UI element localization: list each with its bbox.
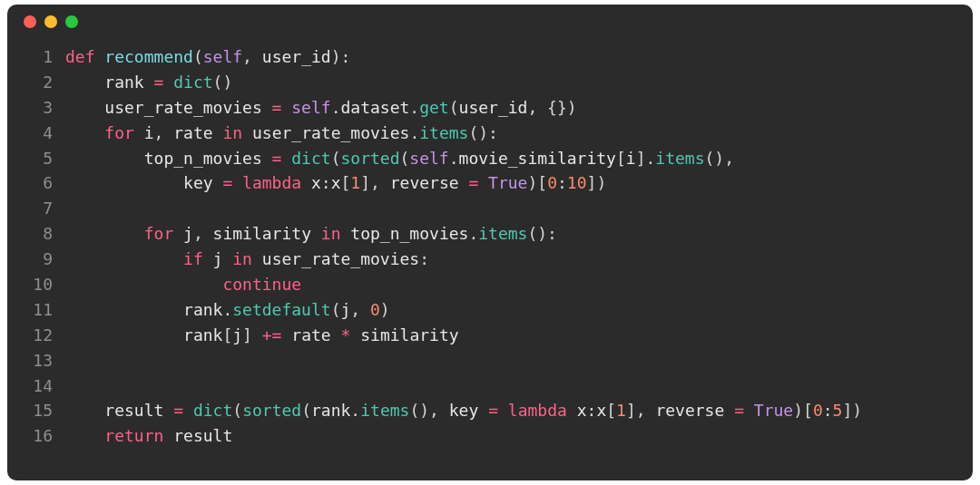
close-icon[interactable] xyxy=(24,15,36,28)
line-number: 3 xyxy=(27,95,53,121)
code-line: 13 xyxy=(27,348,953,373)
line-number: 6 xyxy=(27,170,53,196)
code-content xyxy=(65,348,953,373)
code-content: continue xyxy=(65,272,953,297)
code-line: 6 key = lambda x:x[1], reverse = True)[0… xyxy=(27,170,953,196)
line-number: 4 xyxy=(27,121,53,146)
line-number: 1 xyxy=(27,44,53,70)
code-line: 4 for i, rate in user_rate_movies.items(… xyxy=(27,121,953,146)
code-content: rank.setdefault(j, 0) xyxy=(65,297,953,323)
code-content: top_n_movies = dict(sorted(self.movie_si… xyxy=(65,146,953,171)
code-content: user_rate_movies = self.dataset.get(user… xyxy=(65,95,953,121)
line-number: 13 xyxy=(27,348,53,373)
code-line: 2 rank = dict() xyxy=(27,70,953,95)
line-number: 16 xyxy=(27,423,53,449)
code-editor-window: 1 def recommend(self, user_id): 2 rank =… xyxy=(7,5,973,480)
line-number: 12 xyxy=(27,323,53,348)
line-number: 11 xyxy=(27,297,53,323)
code-content: rank[j] += rate * similarity xyxy=(65,323,953,348)
code-content: return result xyxy=(65,423,953,449)
code-line: 3 user_rate_movies = self.dataset.get(us… xyxy=(27,95,953,121)
code-content: def recommend(self, user_id): xyxy=(65,44,953,70)
line-number: 2 xyxy=(27,70,53,95)
code-content: if j in user_rate_movies: xyxy=(65,247,953,272)
code-line: 1 def recommend(self, user_id): xyxy=(27,44,953,70)
code-line: 7 xyxy=(27,196,953,221)
code-line: 9 if j in user_rate_movies: xyxy=(27,247,953,272)
code-line: 14 xyxy=(27,373,953,399)
line-number: 10 xyxy=(27,272,53,297)
code-line: 15 result = dict(sorted(rank.items(), ke… xyxy=(27,398,953,423)
code-content xyxy=(65,196,953,221)
line-number: 15 xyxy=(27,398,53,423)
code-content: rank = dict() xyxy=(65,70,953,95)
code-line: 16 return result xyxy=(27,423,953,449)
line-number: 5 xyxy=(27,146,53,171)
minimize-icon[interactable] xyxy=(44,15,57,28)
zoom-icon[interactable] xyxy=(65,15,78,28)
code-line: 10 continue xyxy=(27,272,953,297)
code-line: 8 for j, similarity in top_n_movies.item… xyxy=(27,221,953,247)
titlebar xyxy=(7,5,973,39)
line-number: 9 xyxy=(27,247,53,272)
line-number: 14 xyxy=(27,373,53,399)
code-content: for i, rate in user_rate_movies.items(): xyxy=(65,121,953,146)
code-line: 5 top_n_movies = dict(sorted(self.movie_… xyxy=(27,146,953,171)
line-number: 8 xyxy=(27,221,53,247)
code-content xyxy=(65,373,953,399)
line-number: 7 xyxy=(27,196,53,221)
code-line: 12 rank[j] += rate * similarity xyxy=(27,323,953,348)
code-content: for j, similarity in top_n_movies.items(… xyxy=(65,221,953,247)
code-content: result = dict(sorted(rank.items(), key =… xyxy=(65,398,953,423)
code-content: key = lambda x:x[1], reverse = True)[0:1… xyxy=(65,170,953,196)
code-area[interactable]: 1 def recommend(self, user_id): 2 rank =… xyxy=(7,39,973,463)
code-line: 11 rank.setdefault(j, 0) xyxy=(27,297,953,323)
